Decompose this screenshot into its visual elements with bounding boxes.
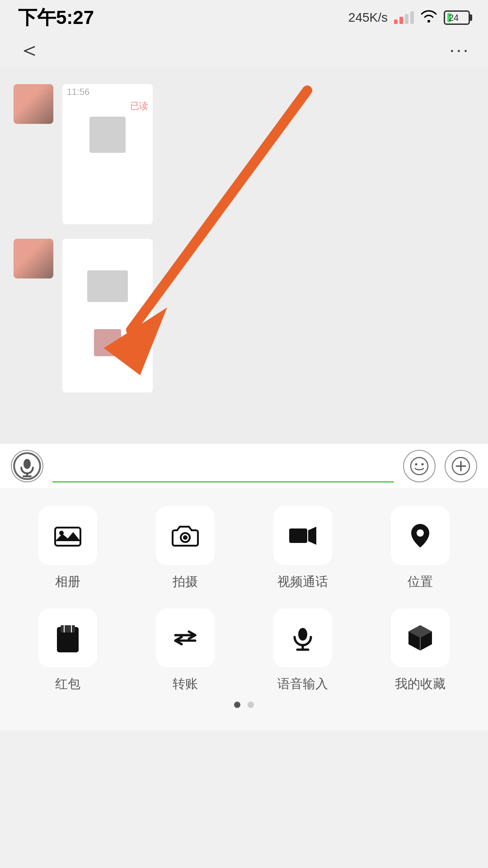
message-bubble: 11:56 已读 [62,84,153,224]
message-item [0,231,488,400]
action-album[interactable]: 相册 [14,506,122,590]
chat-area: 11:56 已读 [0,68,488,443]
redpacket-icon [53,623,82,652]
nav-bar: ＜ ··· [0,32,488,68]
svg-point-8 [422,463,424,465]
svg-rect-17 [289,528,307,543]
plus-icon [451,456,471,476]
voiceinput-icon [288,623,317,652]
favorites-icon [406,623,435,652]
status-bar: 下午5:27 245K/s 24 [0,0,488,32]
svg-point-3 [23,459,31,469]
location-icon [406,521,435,550]
more-button[interactable]: ··· [450,40,470,60]
message-bubble [62,239,153,392]
transfer-icon [171,623,200,652]
network-speed: 245K/s [348,10,388,25]
camera-icon [171,521,200,550]
battery-level: 24 [449,13,459,23]
battery-icon: 24 [444,10,470,25]
action-redpacket[interactable]: 红包 [14,609,122,693]
album-icon-box [38,506,97,565]
avatar [14,84,53,124]
svg-point-6 [411,458,428,475]
pagination-dot-1 [234,702,240,708]
album-label: 相册 [55,573,80,590]
pagination [14,702,474,717]
emoji-icon [409,456,429,476]
favorites-label: 我的收藏 [395,675,446,693]
wifi-icon [420,9,437,26]
voice-button[interactable] [11,450,43,482]
action-video[interactable]: 视频通话 [249,506,357,590]
voiceinput-icon-box [273,609,332,667]
pagination-dot-2 [248,702,254,708]
bubble-status: 已读 [62,100,153,112]
emoji-button[interactable] [403,450,436,482]
svg-point-16 [183,535,188,540]
action-location[interactable]: 位置 [366,506,474,590]
action-favorites[interactable]: 我的收藏 [366,609,474,693]
favorites-icon-box [391,609,450,667]
status-time: 下午5:27 [18,5,94,30]
signal-icon [394,11,414,24]
location-icon-box [391,506,450,565]
voice-icon [13,452,42,481]
message-input[interactable] [52,450,394,482]
redpacket-label: 红包 [55,675,80,693]
action-camera[interactable]: 拍摄 [131,506,239,590]
video-icon-box [273,506,332,565]
action-grid: 相册 拍摄 视频通话 [14,506,474,693]
action-panel: 相册 拍摄 视频通话 [0,488,488,731]
action-voiceinput[interactable]: 语音输入 [249,609,357,693]
transfer-icon-box [156,609,215,667]
status-right: 245K/s 24 [348,9,470,26]
video-label: 视频通话 [277,573,328,590]
svg-point-27 [298,628,307,641]
svg-point-14 [59,531,64,535]
svg-marker-18 [308,527,316,545]
transfer-label: 转账 [173,675,198,693]
camera-label: 拍摄 [173,573,198,590]
input-bar [0,443,488,488]
album-icon [53,521,82,550]
camera-icon-box [156,506,215,565]
message-item: 11:56 已读 [0,77,488,231]
svg-point-19 [417,529,424,537]
svg-point-7 [415,463,418,465]
avatar [14,239,53,278]
svg-rect-22 [61,625,75,632]
svg-marker-13 [55,532,80,541]
bubble-timestamp: 11:56 [62,84,153,100]
video-icon [288,521,317,550]
voiceinput-label: 语音输入 [277,675,328,693]
redpacket-icon-box [38,609,97,667]
location-label: 位置 [408,573,433,590]
action-transfer[interactable]: 转账 [131,609,239,693]
plus-button[interactable] [445,450,477,482]
back-button[interactable]: ＜ [18,35,41,65]
